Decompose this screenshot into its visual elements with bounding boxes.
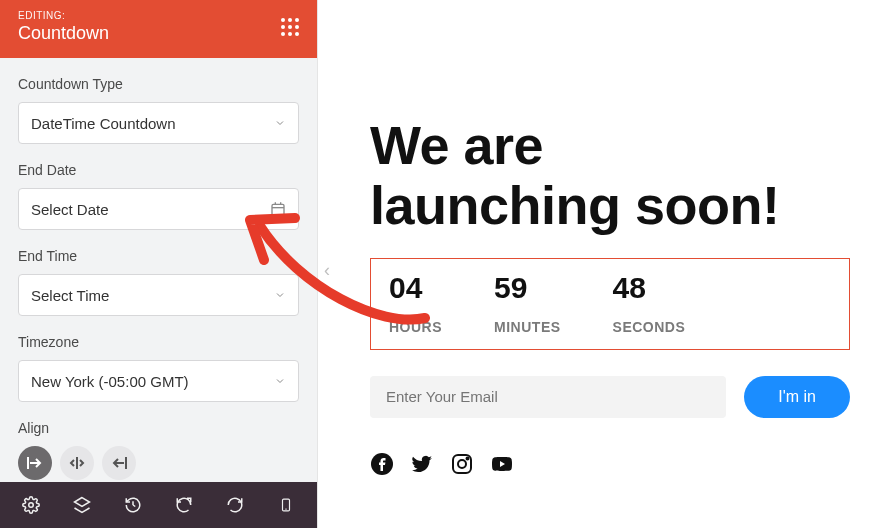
align-label: Align <box>18 420 299 436</box>
chevron-down-icon <box>274 117 286 129</box>
minutes-label: MINUTES <box>494 319 561 335</box>
svg-marker-10 <box>75 498 90 507</box>
editing-label: EDITING: <box>18 10 279 21</box>
seconds-label: SECONDS <box>613 319 686 335</box>
sidebar-body: Countdown Type DateTime Countdown End Da… <box>0 58 317 482</box>
svg-point-18 <box>467 457 469 459</box>
end-time-select[interactable]: Select Time <box>18 274 299 316</box>
undo-button[interactable] <box>170 491 198 519</box>
email-field[interactable] <box>370 376 726 418</box>
align-center-button[interactable] <box>60 446 94 480</box>
countdown-type-label: Countdown Type <box>18 76 299 92</box>
end-time-label: End Time <box>18 248 299 264</box>
headline-line2: launching soon! <box>370 175 779 235</box>
seconds-value: 48 <box>613 271 686 305</box>
hours-value: 04 <box>389 271 442 305</box>
signup-row: I'm in <box>370 376 850 418</box>
preview-pane: ‹ We are launching soon! 04 HOURS 59 MIN… <box>318 0 880 528</box>
facebook-icon[interactable] <box>370 452 394 476</box>
chevron-left-icon[interactable]: ‹ <box>324 260 330 281</box>
countdown-box[interactable]: 04 HOURS 59 MINUTES 48 SECONDS <box>370 258 850 350</box>
timezone-value: New York (-05:00 GMT) <box>31 373 189 390</box>
history-button[interactable] <box>119 491 147 519</box>
end-date-input[interactable]: Select Date <box>18 188 299 230</box>
svg-point-17 <box>458 460 466 468</box>
align-right-button[interactable] <box>102 446 136 480</box>
settings-button[interactable] <box>17 491 45 519</box>
end-date-label: End Date <box>18 162 299 178</box>
countdown-type-value: DateTime Countdown <box>31 115 176 132</box>
align-left-button[interactable] <box>18 446 52 480</box>
timezone-label: Timezone <box>18 334 299 350</box>
end-time-value: Select Time <box>31 287 109 304</box>
instagram-icon[interactable] <box>450 452 474 476</box>
countdown-seconds: 48 SECONDS <box>613 271 686 335</box>
headline-line1: We are <box>370 115 543 175</box>
twitter-icon[interactable] <box>410 452 434 476</box>
minutes-value: 59 <box>494 271 561 305</box>
sidebar-footer-toolbar <box>0 482 317 528</box>
mobile-preview-button[interactable] <box>272 491 300 519</box>
chevron-down-icon <box>274 289 286 301</box>
calendar-icon <box>270 201 286 217</box>
svg-point-9 <box>29 503 34 508</box>
editor-sidebar: EDITING: Countdown Countdown Type DateTi… <box>0 0 318 528</box>
svg-line-12 <box>133 505 135 507</box>
timezone-select[interactable]: New York (-05:00 GMT) <box>18 360 299 402</box>
countdown-type-select[interactable]: DateTime Countdown <box>18 102 299 144</box>
sidebar-header: EDITING: Countdown <box>0 0 317 58</box>
drag-handle-icon[interactable] <box>279 16 301 38</box>
countdown-minutes: 59 MINUTES <box>494 271 561 335</box>
editing-title: Countdown <box>18 23 279 44</box>
svg-rect-0 <box>272 204 284 215</box>
redo-button[interactable] <box>221 491 249 519</box>
chevron-down-icon <box>274 375 286 387</box>
youtube-icon[interactable] <box>490 452 514 476</box>
layers-button[interactable] <box>68 491 96 519</box>
social-icons-row <box>370 452 856 476</box>
countdown-hours: 04 HOURS <box>389 271 442 335</box>
hours-label: HOURS <box>389 319 442 335</box>
submit-button[interactable]: I'm in <box>744 376 850 418</box>
headline: We are launching soon! <box>370 115 856 236</box>
end-date-value: Select Date <box>31 201 109 218</box>
align-buttons <box>18 446 299 480</box>
